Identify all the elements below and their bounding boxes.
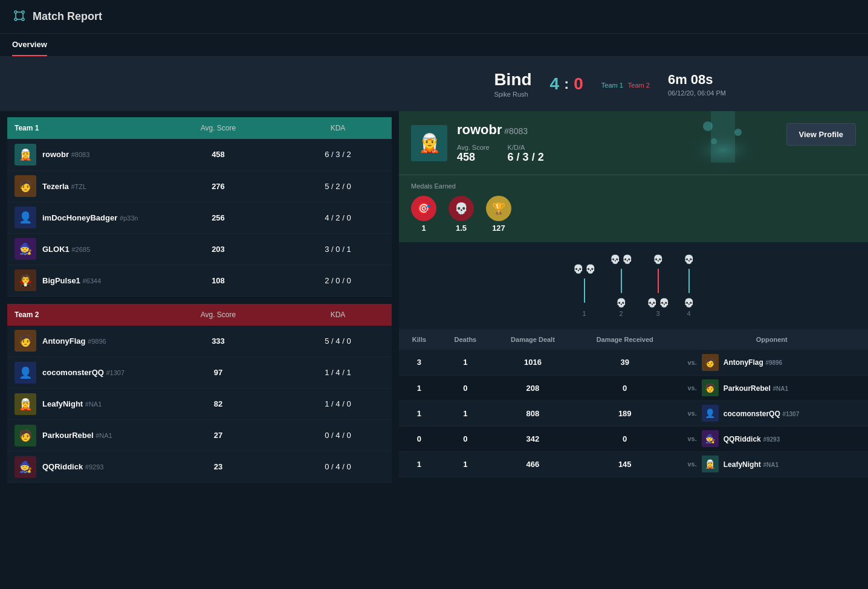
player-name: LeafyNight [42,399,83,408]
player-tag: #6344 [82,277,101,285]
player-avg-score: 23 [152,451,284,483]
player-avg-score: 276 [152,170,284,202]
stat-dmg-dealt: 808 [491,401,574,426]
player-kda: 5 / 4 / 0 [284,326,392,357]
player-avatar: 🧝 [15,393,36,415]
medal-2: 💀 1.5 [449,196,474,233]
opponent-avatar: 👤 [702,405,719,422]
stat-kills: 3 [399,350,439,375]
player-info-cell: 🧑 Tezerla #TZL [7,170,152,202]
team2-name: Team 2 [7,304,152,326]
team1-table: Team 1 Avg. Score KDA 🧝 rowobr #8083 458… [7,117,392,297]
stat-opponent: vs. 🧑 AntonyFlag #9896 [675,350,868,375]
opponent-tag: #1307 [782,411,799,417]
svg-point-3 [22,18,24,21]
stat-kills: 1 [399,451,439,477]
stat-deaths: 1 [439,401,491,426]
stat-dmg-received: 189 [574,401,675,426]
round-number: 1 [582,310,586,317]
team2-player-row[interactable]: 🧝 LeafyNight #NA1 82 1 / 4 / 0 [7,388,392,420]
team1-player-row[interactable]: 🧙 GLOK1 #2685 203 3 / 0 / 1 [7,233,392,265]
round-number: 4 [687,310,690,317]
detail-name-block: rowobr #8083 Avg. Score 458 K/D/A 6 / 3 … [457,122,544,164]
player-kda: 6 / 3 / 2 [284,139,392,170]
team1-name: Team 1 [7,117,152,139]
player-name: imDocHoneyBadger [42,213,117,222]
stat-dmg-received: 0 [574,375,675,401]
opponent-avatar: 🧑 [702,379,719,396]
team1-player-row[interactable]: 👤 imDocHoneyBadger #p33n 256 4 / 2 / 0 [7,202,392,233]
medals-row: 🎯 1 💀 1.5 🏆 127 [411,196,856,233]
vs-label: vs. [687,410,696,417]
stat-dmg-dealt: 466 [491,451,574,477]
player-tag: #p33n [120,214,138,222]
team2-player-row[interactable]: 👤 cocomonsterQQ #1307 97 1 / 4 / 1 [7,357,392,388]
detail-kda-block: K/D/A 6 / 3 / 2 [508,144,544,164]
stat-kills: 1 [399,375,439,401]
team2-player-row[interactable]: 🧑 AntonyFlag #9896 333 5 / 4 / 0 [7,326,392,357]
match-date: 06/12/20, 06:04 PM [668,89,726,97]
medal-value-2: 1.5 [456,224,467,233]
player-avg-score: 458 [152,139,284,170]
player-info-cell: 👤 cocomonsterQQ #1307 [7,357,152,388]
player-tag: #TZL [71,183,86,190]
skull-icon: 💀 [573,264,583,274]
map-mode: Spike Rush [494,91,531,98]
team2-label: Team 2 [628,82,650,89]
score-block: 4 : 0 [550,74,583,94]
medal-3: 🏆 127 [486,196,511,233]
player-kda: 1 / 4 / 1 [284,357,392,388]
opponent-avatar: 🧑 [702,354,719,371]
vs-label: vs. [687,359,696,366]
player-info-cell: 🧑 AntonyFlag #9896 [7,326,152,357]
player-tag: #8083 [71,151,90,158]
player-name: QQRiddick [42,462,83,471]
player-info-cell: 👤 imDocHoneyBadger #p33n [7,202,152,233]
stat-dmg-received: 39 [574,350,675,375]
round-number: 3 [656,310,659,317]
stat-kills: 1 [399,401,439,426]
svg-point-12 [711,138,717,144]
player-name: GLOK1 [42,245,70,254]
player-name: AntonyFlag [42,336,86,346]
stat-deaths: 0 [439,426,491,451]
team1-player-row[interactable]: 🧝 rowobr #8083 458 6 / 3 / 2 [7,139,392,170]
rounds-section: 💀💀 1 💀💀 💀 2 💀 💀💀 3 💀 💀 4 [399,242,868,329]
svg-point-0 [15,11,17,13]
player-avatar: 🧙 [15,456,36,478]
stat-dmg-received: 145 [574,451,675,477]
detail-avg-score-value: 458 [457,151,490,164]
stat-deaths: 1 [439,451,491,477]
nav-tabs: Overview [0,34,868,57]
medals-label: Medals Earned [411,182,856,190]
round-line [658,269,659,293]
player-name: Tezerla [42,182,69,191]
team1-player-row[interactable]: 🧑 Tezerla #TZL 276 5 / 2 / 0 [7,170,392,202]
player-info-cell: 🧙 GLOK1 #2685 [7,233,152,265]
stat-opponent: vs. 🧙 QQRiddick #9293 [675,426,868,451]
team2-player-row[interactable]: 🧙 QQRiddick #9293 23 0 / 4 / 0 [7,451,392,483]
player-avg-score: 333 [152,326,284,357]
map-name: Bind [494,70,531,89]
view-profile-button[interactable]: View Profile [786,123,856,146]
player-avg-score: 256 [152,202,284,233]
stat-dmg-dealt: 208 [491,375,574,401]
skull-icon: 💀 [585,264,595,274]
skull-icon: 💀 [684,298,694,307]
player-name: cocomonsterQQ [42,368,104,377]
stats-row: 1 1 808 189 vs. 👤 cocomonsterQQ #1307 [399,401,868,426]
tab-overview[interactable]: Overview [12,34,47,56]
col-damage-dealt: Damage Dealt [491,329,574,350]
opponent-name: AntonyFlag [724,358,763,367]
medal-value-1: 1 [421,224,426,233]
round-number: 2 [619,310,623,317]
teams-panel: Team 1 Avg. Score KDA 🧝 rowobr #8083 458… [0,111,399,496]
team2-player-row[interactable]: 🧑 ParkourRebel #NA1 27 0 / 4 / 0 [7,420,392,451]
player-avatar: 👤 [15,207,36,228]
team1-player-row[interactable]: 🧛 BigPulse1 #6344 108 2 / 0 / 0 [7,265,392,296]
agent-art [675,111,783,175]
round-col: 💀💀 1 [573,264,595,317]
stats-table: Kills Deaths Damage Dealt Damage Receive… [399,329,868,477]
skull-icon: 💀 [647,298,657,307]
vs-label: vs. [687,435,696,442]
